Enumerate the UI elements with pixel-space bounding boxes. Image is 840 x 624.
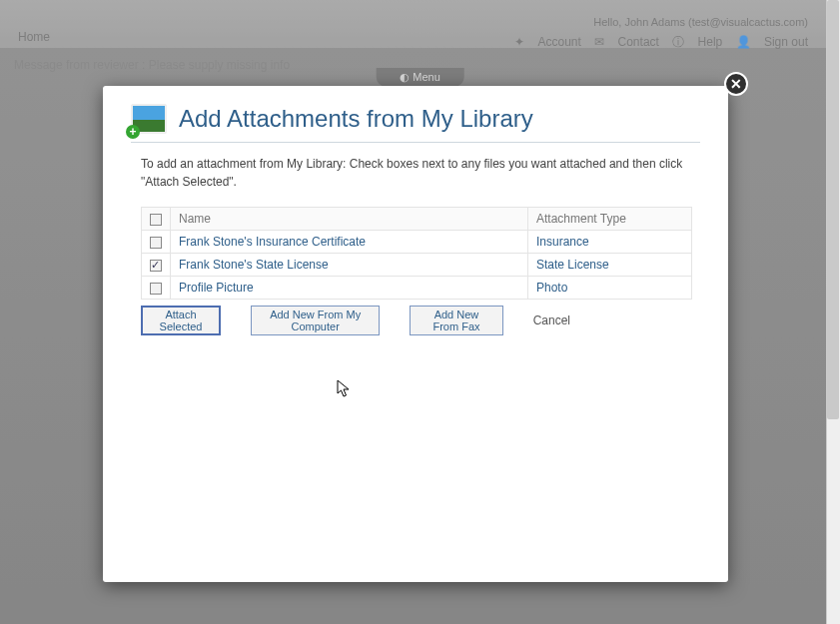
attach-selected-button[interactable]: Attach Selected bbox=[141, 306, 221, 335]
close-icon[interactable]: ✕ bbox=[724, 72, 748, 96]
action-row: Attach Selected Add New From My Computer… bbox=[141, 306, 700, 335]
add-from-fax-button[interactable]: Add New From Fax bbox=[410, 306, 502, 335]
attachment-type-link[interactable]: State License bbox=[536, 258, 609, 272]
column-header-type[interactable]: Attachment Type bbox=[528, 208, 692, 231]
plus-icon: + bbox=[126, 125, 140, 139]
page-scrollbar-track[interactable] bbox=[826, 0, 840, 624]
add-from-computer-button[interactable]: Add New From My Computer bbox=[251, 306, 380, 335]
select-all-checkbox[interactable] bbox=[150, 214, 162, 226]
attachment-name-link[interactable]: Profile Picture bbox=[179, 281, 254, 295]
attachment-name-link[interactable]: Frank Stone's State License bbox=[179, 258, 329, 272]
row-checkbox[interactable] bbox=[150, 237, 162, 249]
library-photo-icon: + bbox=[131, 104, 167, 134]
modal-title: Add Attachments from My Library bbox=[179, 105, 533, 133]
table-row: Profile Picture Photo bbox=[142, 277, 692, 300]
attachments-table: Name Attachment Type Frank Stone's Insur… bbox=[141, 207, 692, 300]
add-attachments-modal: ✕ + Add Attachments from My Library To a… bbox=[103, 86, 728, 582]
page-scrollbar-thumb[interactable] bbox=[827, 0, 839, 419]
attachment-type-link[interactable]: Insurance bbox=[536, 235, 589, 249]
column-header-name[interactable]: Name bbox=[171, 208, 528, 231]
row-checkbox[interactable] bbox=[150, 283, 162, 295]
cancel-link[interactable]: Cancel bbox=[533, 313, 570, 327]
modal-header: + Add Attachments from My Library bbox=[131, 104, 700, 143]
table-row: Frank Stone's State License State Licens… bbox=[142, 254, 692, 277]
cursor-icon bbox=[337, 379, 353, 399]
attachment-type-link[interactable]: Photo bbox=[536, 281, 567, 295]
modal-instructions: To add an attachment from My Library: Ch… bbox=[141, 155, 690, 191]
row-checkbox[interactable] bbox=[150, 260, 162, 272]
table-row: Frank Stone's Insurance Certificate Insu… bbox=[142, 231, 692, 254]
attachment-name-link[interactable]: Frank Stone's Insurance Certificate bbox=[179, 235, 366, 249]
